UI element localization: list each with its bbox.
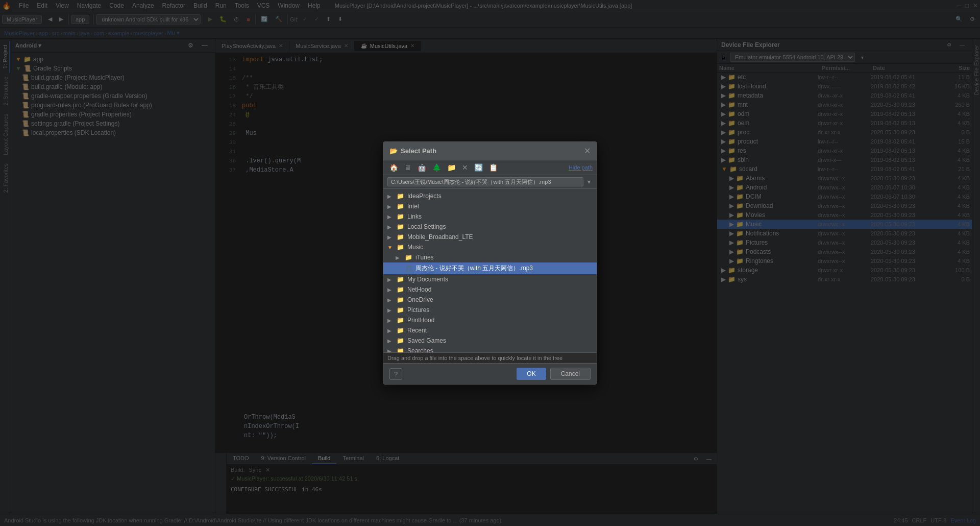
expand-music-icon: ▼ [387, 245, 394, 250]
folder-local-settings-icon: 📁 [397, 223, 404, 230]
modal-item-label-mp3: 周杰伦 - 说好不哭（with 五月天阿信）.mp3 [415, 264, 533, 273]
modal-item-local-settings[interactable]: ▶ 📁 Local Settings [383, 222, 597, 232]
modal-button-group: OK Cancel [517, 368, 591, 380]
expand-local-settings-icon: ▶ [387, 224, 394, 230]
modal-path-expand-button[interactable]: ▾ [585, 177, 593, 186]
modal-newfolder-button[interactable]: 📁 [445, 162, 458, 173]
modal-item-label-recent: Recent [407, 327, 427, 334]
modal-item-links[interactable]: ▶ 📁 Links [383, 211, 597, 222]
expand-savedgames-icon: ▶ [387, 338, 394, 344]
modal-item-label-savedgames: Saved Games [407, 337, 446, 344]
modal-item-label-pictures: Pictures [407, 306, 429, 314]
modal-item-printhood[interactable]: ▶ 📁 PrintHood [383, 315, 597, 325]
modal-item-mydocuments[interactable]: ▶ 📁 My Documents [383, 274, 597, 284]
modal-title: 📂 Select Path [389, 147, 436, 155]
modal-item-label-local-settings: Local Settings [407, 223, 446, 230]
modal-item-label-mobile: Mobile_Broadband_LTE [407, 233, 473, 241]
modal-title-text: Select Path [401, 147, 436, 155]
expand-pictures-icon: ▶ [387, 307, 394, 313]
expand-recent-icon: ▶ [387, 328, 394, 333]
folder-pictures-modal-icon: 📁 [397, 306, 404, 314]
modal-copy-button[interactable]: 📋 [487, 162, 500, 173]
modal-computer-button[interactable]: 🖥 [402, 162, 413, 173]
modal-path-input[interactable] [387, 177, 583, 186]
expand-ideaprojects-icon: ▶ [387, 194, 394, 199]
folder-nethood-icon: 📁 [397, 286, 404, 293]
expand-printhood-icon: ▶ [387, 318, 394, 323]
modal-drag-hint: Drag and drop a file into the space abov… [383, 352, 597, 363]
modal-path-bar: ▾ [383, 175, 597, 189]
folder-intel-icon: 📁 [397, 203, 404, 210]
folder-mydocs-icon: 📁 [397, 276, 404, 283]
folder-recent-icon: 📁 [397, 327, 404, 334]
expand-intel-icon: ▶ [387, 204, 394, 209]
modal-home-button[interactable]: 🏠 [387, 162, 400, 173]
modal-ok-button[interactable]: OK [517, 368, 546, 380]
file-mp3-icon: 🎵 [405, 265, 412, 272]
expand-itunes-icon: ▶ [396, 255, 402, 260]
expand-nethood-icon: ▶ [387, 287, 394, 293]
modal-item-label-itunes: iTunes [415, 254, 434, 261]
folder-music-modal-icon: 📁 [397, 244, 404, 251]
modal-toolbar: 🏠 🖥 🤖 🌲 📁 ✕ 🔄 📋 Hide path [383, 160, 597, 175]
modal-delete-button[interactable]: ✕ [460, 162, 470, 173]
modal-item-label-mydocs: My Documents [407, 276, 448, 283]
modal-tree: ▶ 📁 IdeaProjects ▶ 📁 Intel ▶ 📁 Links ▶ 📁… [383, 189, 597, 352]
folder-onedrive-icon: 📁 [397, 296, 404, 303]
modal-item-pictures[interactable]: ▶ 📁 Pictures [383, 305, 597, 315]
modal-item-onedrive[interactable]: ▶ 📁 OneDrive [383, 295, 597, 305]
hide-path-link[interactable]: Hide path [569, 164, 593, 171]
modal-item-mobile-broadband[interactable]: ▶ 📁 Mobile_Broadband_LTE [383, 232, 597, 242]
modal-item-label-music: Music [407, 244, 423, 251]
expand-onedrive-icon: ▶ [387, 297, 394, 303]
modal-item-searches[interactable]: ▶ 📁 Searches [383, 346, 597, 352]
modal-item-savedgames[interactable]: ▶ 📁 Saved Games [383, 336, 597, 346]
modal-item-recent[interactable]: ▶ 📁 Recent [383, 325, 597, 336]
modal-item-music[interactable]: ▼ 📁 Music [383, 242, 597, 252]
expand-mobile-icon: ▶ [387, 234, 394, 240]
folder-dialog-icon: 📂 [389, 147, 398, 155]
expand-mp3-icon [396, 266, 402, 271]
folder-ideaprojects-icon: 📁 [397, 193, 404, 200]
modal-tree-button[interactable]: 🌲 [430, 162, 443, 173]
modal-header: 📂 Select Path ✕ [383, 142, 597, 160]
modal-item-itunes[interactable]: ▶ 📁 iTunes [383, 252, 597, 262]
modal-item-nethood[interactable]: ▶ 📁 NetHood [383, 284, 597, 295]
modal-overlay: 📂 Select Path ✕ 🏠 🖥 🤖 🌲 📁 ✕ 🔄 📋 Hide pat… [0, 0, 980, 526]
modal-item-label-printhood: PrintHood [407, 317, 434, 324]
expand-searches-icon: ▶ [387, 348, 394, 353]
modal-item-label-searches: Searches [407, 347, 433, 352]
folder-itunes-icon: 📁 [405, 254, 412, 261]
modal-android-button[interactable]: 🤖 [415, 162, 428, 173]
modal-item-label-nethood: NetHood [407, 286, 431, 293]
modal-item-label-intel: Intel [407, 203, 419, 210]
modal-help-button[interactable]: ? [389, 368, 402, 380]
folder-mobile-icon: 📁 [397, 233, 404, 241]
folder-searches-icon: 📁 [397, 347, 404, 352]
folder-printhood-icon: 📁 [397, 317, 404, 324]
modal-item-intel[interactable]: ▶ 📁 Intel [383, 201, 597, 211]
modal-close-button[interactable]: ✕ [584, 146, 591, 156]
expand-mydocs-icon: ▶ [387, 277, 394, 282]
modal-refresh-button[interactable]: 🔄 [472, 162, 485, 173]
modal-item-ideaprojects[interactable]: ▶ 📁 IdeaProjects [383, 191, 597, 201]
folder-links-icon: 📁 [397, 213, 404, 220]
expand-links-icon: ▶ [387, 214, 394, 220]
modal-footer: ? OK Cancel [383, 363, 597, 384]
select-path-dialog: 📂 Select Path ✕ 🏠 🖥 🤖 🌲 📁 ✕ 🔄 📋 Hide pat… [383, 141, 597, 385]
modal-item-mp3[interactable]: 🎵 周杰伦 - 说好不哭（with 五月天阿信）.mp3 [383, 262, 597, 274]
folder-savedgames-icon: 📁 [397, 337, 404, 344]
modal-cancel-button[interactable]: Cancel [550, 368, 591, 380]
modal-item-label-onedrive: OneDrive [407, 296, 433, 303]
modal-item-label-links: Links [407, 213, 422, 220]
modal-item-label-ideaprojects: IdeaProjects [407, 193, 442, 200]
